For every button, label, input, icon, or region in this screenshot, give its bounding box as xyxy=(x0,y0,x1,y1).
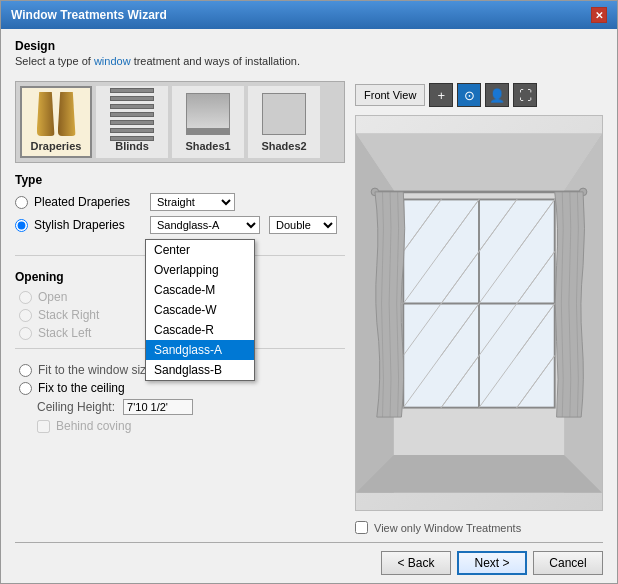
fix-ceiling-row: Fix to the ceiling xyxy=(19,381,345,395)
tab-shades1[interactable]: Shades1 xyxy=(172,86,244,158)
stack-left-radio[interactable] xyxy=(19,327,32,340)
ceiling-height-input[interactable] xyxy=(123,399,193,415)
behind-coving-checkbox[interactable] xyxy=(37,420,50,433)
menu-item-center[interactable]: Center xyxy=(146,240,254,260)
style2-select[interactable]: Single Double Triple xyxy=(269,216,337,234)
pleated-radio[interactable] xyxy=(15,196,28,209)
section-title: Design xyxy=(15,39,603,53)
draperies-tab-label: Draperies xyxy=(31,140,82,152)
type-section: Type Pleated Draperies Straight Ripplefo… xyxy=(15,173,345,239)
preview-toolbar: Front View + ⊙ 👤 ⛶ xyxy=(355,81,603,109)
dialog: Window Treatments Wizard ✕ Design Select… xyxy=(0,0,618,584)
pleated-select[interactable]: Straight Ripplefold Pencil Pleat xyxy=(150,193,235,211)
menu-item-cascade-m[interactable]: Cascade-M xyxy=(146,280,254,300)
back-button[interactable]: < Back xyxy=(381,551,451,575)
menu-item-sandglass-a[interactable]: Sandglass-A xyxy=(146,340,254,360)
stack-right-label: Stack Right xyxy=(38,308,99,322)
svg-marker-1 xyxy=(356,133,602,190)
close-button[interactable]: ✕ xyxy=(591,7,607,23)
bottom-divider xyxy=(15,542,603,543)
view-only-row: View only Window Treatments xyxy=(355,521,603,534)
tabs-row: Draperies xyxy=(15,81,345,163)
stylish-label[interactable]: Stylish Draperies xyxy=(34,218,144,232)
behind-coving-label: Behind coving xyxy=(56,419,131,433)
stylish-dropdown-container: Center Overlapping Cascade-M Cascade-W C… xyxy=(150,216,260,234)
fit-window-radio[interactable] xyxy=(19,364,32,377)
menu-item-cascade-r[interactable]: Cascade-R xyxy=(146,320,254,340)
main-area: Draperies xyxy=(15,81,603,511)
left-panel: Draperies xyxy=(15,81,345,511)
open-radio[interactable] xyxy=(19,291,32,304)
stylish-row: Stylish Draperies Center Overlapping Cas… xyxy=(15,216,345,234)
pleated-label[interactable]: Pleated Draperies xyxy=(34,195,144,209)
stack-right-radio[interactable] xyxy=(19,309,32,322)
person-tool-button[interactable]: 👤 xyxy=(485,83,509,107)
preview-svg xyxy=(356,116,602,510)
bottom-area: View only Window Treatments < Back Next … xyxy=(1,521,617,583)
view-only-label[interactable]: View only Window Treatments xyxy=(374,522,521,534)
preview-area xyxy=(355,115,603,511)
open-label: Open xyxy=(38,290,67,304)
dialog-title: Window Treatments Wizard xyxy=(11,8,167,22)
fix-ceiling-radio[interactable] xyxy=(19,382,32,395)
stylish-select[interactable]: Center Overlapping Cascade-M Cascade-W C… xyxy=(150,216,260,234)
fix-ceiling-label[interactable]: Fix to the ceiling xyxy=(38,381,125,395)
ceiling-height-row: Ceiling Height: xyxy=(37,399,345,415)
draperies-icon xyxy=(30,90,82,138)
cancel-button[interactable]: Cancel xyxy=(533,551,603,575)
ceiling-height-label: Ceiling Height: xyxy=(37,400,115,414)
behind-coving-row: Behind coving xyxy=(37,419,345,433)
shades1-tab-label: Shades1 xyxy=(185,140,230,152)
front-view-button[interactable]: Front View xyxy=(355,84,425,106)
blinds-icon xyxy=(106,90,158,138)
shades2-icon xyxy=(258,90,310,138)
tab-blinds[interactable]: Blinds xyxy=(96,86,168,158)
section-desc: Select a type of window treatment and wa… xyxy=(15,55,603,67)
expand-tool-button[interactable]: ⛶ xyxy=(513,83,537,107)
button-row: < Back Next > Cancel xyxy=(15,551,603,575)
next-button[interactable]: Next > xyxy=(457,551,527,575)
svg-marker-4 xyxy=(356,455,602,493)
menu-item-cascade-w[interactable]: Cascade-W xyxy=(146,300,254,320)
blinds-tab-label: Blinds xyxy=(115,140,149,152)
menu-item-sandglass-b[interactable]: Sandglass-B xyxy=(146,360,254,380)
pleated-row: Pleated Draperies Straight Ripplefold Pe… xyxy=(15,193,345,211)
right-panel: Front View + ⊙ 👤 ⛶ xyxy=(355,81,603,511)
tab-draperies[interactable]: Draperies xyxy=(20,86,92,158)
shades1-icon xyxy=(182,90,234,138)
stylish-radio[interactable] xyxy=(15,219,28,232)
title-bar: Window Treatments Wizard ✕ xyxy=(1,1,617,29)
zoom-tool-button[interactable]: ⊙ xyxy=(457,83,481,107)
content-area: Design Select a type of window treatment… xyxy=(1,29,617,521)
view-only-checkbox[interactable] xyxy=(355,521,368,534)
tab-shades2[interactable]: Shades2 xyxy=(248,86,320,158)
stack-left-label: Stack Left xyxy=(38,326,91,340)
plus-tool-button[interactable]: + xyxy=(429,83,453,107)
fit-window-label[interactable]: Fit to the window size xyxy=(38,363,153,377)
type-label: Type xyxy=(15,173,345,187)
menu-item-overlapping[interactable]: Overlapping xyxy=(146,260,254,280)
stylish-dropdown-menu: Center Overlapping Cascade-M Cascade-W C… xyxy=(145,239,255,381)
shades2-tab-label: Shades2 xyxy=(261,140,306,152)
